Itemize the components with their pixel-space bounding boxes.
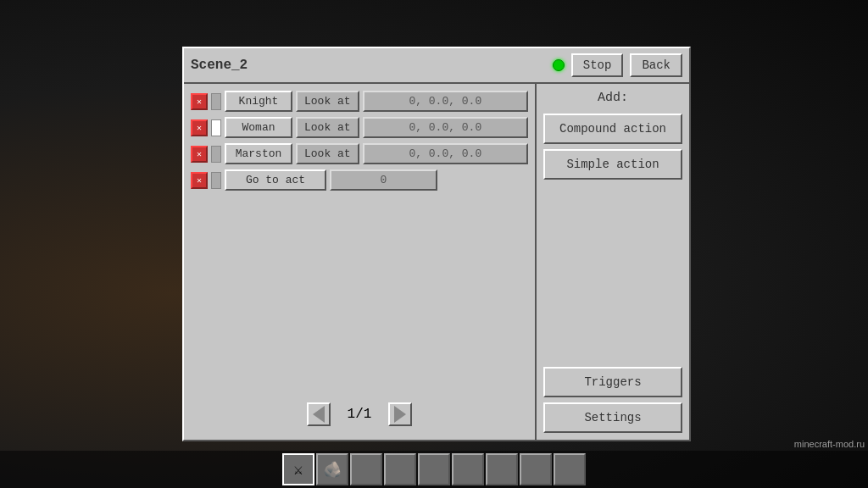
actor-button-3[interactable]: Go to act: [225, 169, 326, 191]
hotbar-slot-icon-0: ⚔: [284, 455, 313, 484]
simple-action-button[interactable]: Simple action: [543, 149, 682, 180]
table-row: Woman Look at 0, 0.0, 0.0: [191, 117, 528, 138]
hotbar-slot-5[interactable]: [452, 453, 484, 485]
hotbar-slot-8[interactable]: [554, 453, 586, 485]
compound-action-button[interactable]: Compound action: [543, 114, 682, 144]
status-indicator: [553, 59, 565, 71]
pagination-bar: 1/1: [191, 396, 528, 433]
main-dialog: Scene_2 Stop Back Knight Look at 0, 0.0,…: [182, 47, 691, 441]
page-indicator: 1/1: [348, 407, 372, 422]
hotbar-slot-3[interactable]: [384, 453, 416, 485]
delete-button-3[interactable]: [191, 172, 208, 189]
hotbar-slot-4[interactable]: [418, 453, 450, 485]
select-box-1: [211, 119, 221, 136]
action-type-button-0[interactable]: Look at: [296, 91, 359, 112]
settings-button[interactable]: Settings: [543, 402, 682, 433]
hotbar-slot-0[interactable]: ⚔: [282, 453, 314, 485]
hotbar: ⚔ 🪨: [0, 451, 868, 488]
hotbar-slot-7[interactable]: [520, 453, 552, 485]
left-panel: Knight Look at 0, 0.0, 0.0 Woman Look at…: [184, 84, 537, 440]
right-panel: Add: Compound action Simple action Trigg…: [537, 84, 689, 440]
select-box-2: [211, 146, 221, 163]
dialog-content: Knight Look at 0, 0.0, 0.0 Woman Look at…: [184, 84, 689, 440]
next-page-button[interactable]: [388, 402, 412, 426]
back-button[interactable]: Back: [630, 53, 682, 77]
stop-button[interactable]: Stop: [571, 53, 624, 77]
hotbar-slot-icon-3: [386, 455, 415, 484]
hotbar-slot-6[interactable]: [486, 453, 518, 485]
action-value-button-2[interactable]: 0, 0.0, 0.0: [363, 143, 528, 164]
action-value-button-0[interactable]: 0, 0.0, 0.0: [363, 91, 528, 112]
table-row: Marston Look at 0, 0.0, 0.0: [191, 143, 528, 164]
select-box-0: [211, 93, 221, 110]
arrow-left-icon: [313, 406, 325, 423]
add-label: Add:: [543, 91, 682, 105]
hotbar-slot-1[interactable]: 🪨: [316, 453, 348, 485]
action-type-button-1[interactable]: Look at: [296, 117, 359, 138]
hotbar-slot-icon-2: [352, 455, 381, 484]
hotbar-slot-icon-5: [453, 455, 482, 484]
action-value-button-1[interactable]: 0, 0.0, 0.0: [363, 117, 528, 138]
spacer: [543, 185, 682, 362]
arrow-right-icon: [394, 406, 406, 423]
delete-button-0[interactable]: [191, 93, 208, 110]
select-box-3: [211, 172, 221, 189]
hotbar-slot-icon-8: [555, 455, 584, 484]
hotbar-slot-icon-7: [521, 455, 550, 484]
hotbar-slot-icon-4: [420, 455, 448, 484]
hotbar-slot-icon-6: [487, 455, 516, 484]
delete-button-1[interactable]: [191, 119, 208, 136]
hotbar-slot-icon-1: 🪨: [318, 455, 347, 484]
watermark: minecraft-mod.ru: [794, 439, 865, 449]
actor-button-0[interactable]: Knight: [225, 91, 292, 112]
triggers-button[interactable]: Triggers: [543, 367, 682, 397]
action-type-button-2[interactable]: Look at: [296, 143, 359, 164]
action-value-button-3[interactable]: 0: [330, 169, 437, 191]
table-row: Go to act 0: [191, 169, 528, 191]
action-list: Knight Look at 0, 0.0, 0.0 Woman Look at…: [191, 91, 528, 396]
actor-button-2[interactable]: Marston: [225, 143, 292, 164]
hotbar-slot-2[interactable]: [350, 453, 382, 485]
scene-title: Scene_2: [191, 58, 546, 73]
table-row: Knight Look at 0, 0.0, 0.0: [191, 91, 528, 112]
prev-page-button[interactable]: [307, 402, 331, 426]
actor-button-1[interactable]: Woman: [225, 117, 292, 138]
delete-button-2[interactable]: [191, 146, 208, 163]
title-bar: Scene_2 Stop Back: [184, 48, 689, 84]
